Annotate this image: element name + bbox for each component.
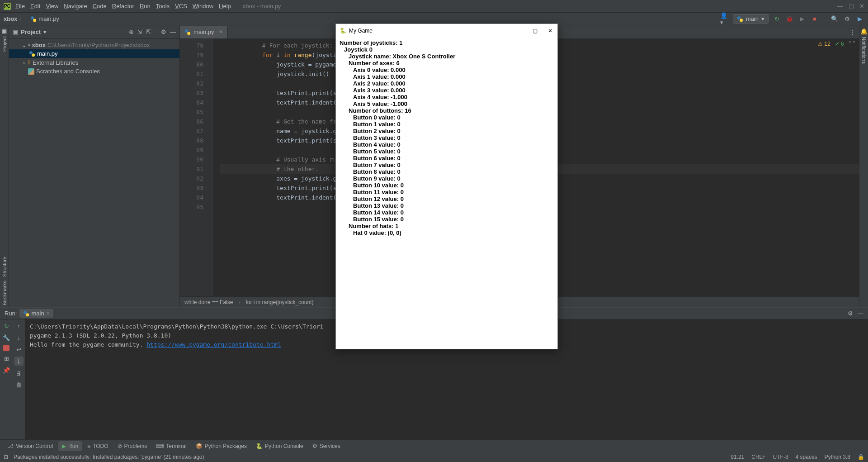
tab-label: Services xyxy=(320,443,340,449)
pygame-text-line: Axis 4 value: -1.000 xyxy=(353,94,554,100)
print-button[interactable]: 🖨 xyxy=(14,368,24,377)
tree-file-main[interactable]: main.py xyxy=(9,49,179,58)
close-button[interactable]: ✕ xyxy=(859,3,864,10)
clear-button[interactable]: 🗑 xyxy=(14,380,24,389)
up-stack-button[interactable]: ↑ xyxy=(14,321,24,330)
hide-panel-icon[interactable]: — xyxy=(170,29,176,35)
bottom-tab-run[interactable]: ▶Run xyxy=(58,441,82,451)
menu-help[interactable]: Help xyxy=(216,3,234,10)
notifications-tool-button[interactable]: Notifications xyxy=(861,35,867,66)
tree-scratches[interactable]: Scratches and Consoles xyxy=(9,67,179,76)
console-link[interactable]: https://www.pygame.org/contribute.html xyxy=(146,341,281,348)
maximize-button[interactable]: ▢ xyxy=(531,28,538,34)
structure-tool-button[interactable]: Structure xyxy=(2,255,7,279)
bottom-tab-python-console[interactable]: 🐍Python Console xyxy=(252,441,307,451)
bottom-tab-terminal[interactable]: ⌨Terminal xyxy=(152,441,190,451)
settings-icon[interactable]: ⚙ xyxy=(843,14,852,24)
editor-tab-main[interactable]: main.py ✕ xyxy=(180,26,228,38)
breadcrumb-scope-a[interactable]: while done == False xyxy=(184,299,233,305)
bottom-tab-version-control[interactable]: ⎇Version Control xyxy=(4,441,57,451)
tab-icon: ⚙ xyxy=(312,443,317,449)
svg-point-2 xyxy=(737,16,741,19)
editor-indicators[interactable]: ⚠ 12 ✔ 6 ˄ ˅ xyxy=(818,41,855,47)
collapse-all-icon[interactable]: ⇱ xyxy=(146,29,151,35)
close-tab-icon[interactable]: ✕ xyxy=(46,311,50,316)
run-configuration-selector[interactable]: main ▾ xyxy=(733,14,769,24)
tree-external-libraries[interactable]: › ⫴ External Libraries xyxy=(9,58,179,67)
menu-navigate[interactable]: Navigate xyxy=(61,3,90,10)
main-menu: FileEditViewNavigateCodeRefactorRunTools… xyxy=(13,3,234,10)
close-tab-icon[interactable]: ✕ xyxy=(219,29,223,35)
search-icon[interactable]: 🔍 xyxy=(830,14,839,24)
menu-file[interactable]: File xyxy=(13,3,28,10)
user-icon[interactable]: 👤▾ xyxy=(720,14,729,24)
layout-button[interactable]: ⊞ xyxy=(2,354,11,363)
tab-icon: ≡ xyxy=(87,443,90,449)
pygame-text-line: Button 6 value: 0 xyxy=(353,155,554,162)
pygame-window[interactable]: 🐍 My Game — ▢ ✕ Number of joysticks: 1Jo… xyxy=(335,24,558,349)
file-encoding[interactable]: UTF-8 xyxy=(773,454,788,460)
menu-tools[interactable]: Tools xyxy=(153,3,172,10)
project-tool-button[interactable]: Project xyxy=(2,34,7,53)
bottom-tab-todo[interactable]: ≡TODO xyxy=(84,441,112,451)
run-config-tab[interactable]: main ✕ xyxy=(19,309,53,318)
svg-point-1 xyxy=(33,19,36,22)
readonly-lock-icon[interactable]: 🔒 xyxy=(858,454,864,460)
pygame-text-line: Button 1 value: 0 xyxy=(353,121,554,128)
close-button[interactable]: ✕ xyxy=(547,28,554,34)
tab-label: TODO xyxy=(93,443,108,449)
tab-label: Python Packages xyxy=(205,443,247,449)
warnings-indicator[interactable]: ⚠ 12 xyxy=(818,41,830,47)
pygame-text-line: Joystick name: Xbox One S Controller xyxy=(349,53,554,60)
debug-button[interactable]: 🐞 xyxy=(785,14,794,24)
modify-run-config-button[interactable]: 🔧 xyxy=(2,333,11,342)
select-opened-file-icon[interactable]: ⊕ xyxy=(129,29,134,35)
pin-button[interactable]: 📌 xyxy=(2,366,11,375)
rerun-button[interactable]: ↻ xyxy=(2,321,11,330)
breadcrumb-scope-b[interactable]: for i in range(joystick_count) xyxy=(245,299,313,305)
indent-settings[interactable]: 4 spaces xyxy=(796,454,817,460)
window-controls: — ▢ ✕ xyxy=(837,3,864,10)
soft-wrap-button[interactable]: ↩ xyxy=(14,345,24,354)
line-separator[interactable]: CRLF xyxy=(751,454,765,460)
menu-run[interactable]: Run xyxy=(137,3,153,10)
bell-icon[interactable]: 🔔 xyxy=(860,28,868,35)
gear-icon[interactable]: ⚙ xyxy=(848,310,853,317)
status-tool-button[interactable]: ⊡ xyxy=(4,454,8,460)
bottom-tab-problems[interactable]: ⊘Problems xyxy=(114,441,151,451)
tree-root[interactable]: ⌄ ▪ xbox C:\Users\Triority\PycharmProjec… xyxy=(9,41,179,49)
bottom-tab-python-packages[interactable]: 📦Python Packages xyxy=(192,441,250,451)
chevron-down-icon[interactable]: ▾ xyxy=(43,29,47,35)
python-interpreter[interactable]: Python 3.8 xyxy=(825,454,850,460)
pygame-title-bar[interactable]: 🐍 My Game — ▢ ✕ xyxy=(336,24,557,38)
minimize-button[interactable]: — xyxy=(837,3,843,10)
menu-view[interactable]: View xyxy=(43,3,61,10)
maximize-button[interactable]: ▢ xyxy=(849,3,854,10)
scroll-to-end-button[interactable]: ⤓ xyxy=(14,357,24,366)
menu-window[interactable]: Window xyxy=(190,3,216,10)
menu-edit[interactable]: Edit xyxy=(28,3,43,10)
breadcrumb-project[interactable]: xbox xyxy=(4,15,17,22)
hide-panel-icon[interactable]: — xyxy=(858,310,863,317)
folder-icon: ▣ xyxy=(2,28,7,34)
chevron-up-down-icon[interactable]: ˄ ˅ xyxy=(849,41,855,47)
run-button[interactable]: ↻ xyxy=(772,14,781,24)
minimize-button[interactable]: — xyxy=(516,28,523,34)
stop-button[interactable] xyxy=(3,345,9,351)
breadcrumb-file[interactable]: main.py xyxy=(30,15,59,22)
menu-refactor[interactable]: Refactor xyxy=(109,3,137,10)
bottom-tab-services[interactable]: ⚙Services xyxy=(309,441,344,451)
menu-vcs[interactable]: VCS xyxy=(172,3,190,10)
run-anything-icon[interactable]: ▶ xyxy=(855,14,864,24)
menu-code[interactable]: Code xyxy=(90,3,109,10)
bookmarks-tool-button[interactable]: Bookmarks xyxy=(2,279,7,307)
expand-all-icon[interactable]: ⇲ xyxy=(137,29,142,35)
typos-indicator[interactable]: ✔ 6 xyxy=(835,41,844,47)
coverage-button[interactable]: ▶ xyxy=(797,14,807,24)
down-stack-button[interactable]: ↓ xyxy=(14,333,24,342)
pygame-text-line: Button 0 value: 0 xyxy=(353,114,554,121)
gear-icon[interactable]: ⚙ xyxy=(161,29,166,35)
cursor-position[interactable]: 91:21 xyxy=(731,454,744,460)
tabs-overflow-icon[interactable]: ⋮ xyxy=(846,29,859,35)
stop-button[interactable]: ■ xyxy=(810,14,819,24)
